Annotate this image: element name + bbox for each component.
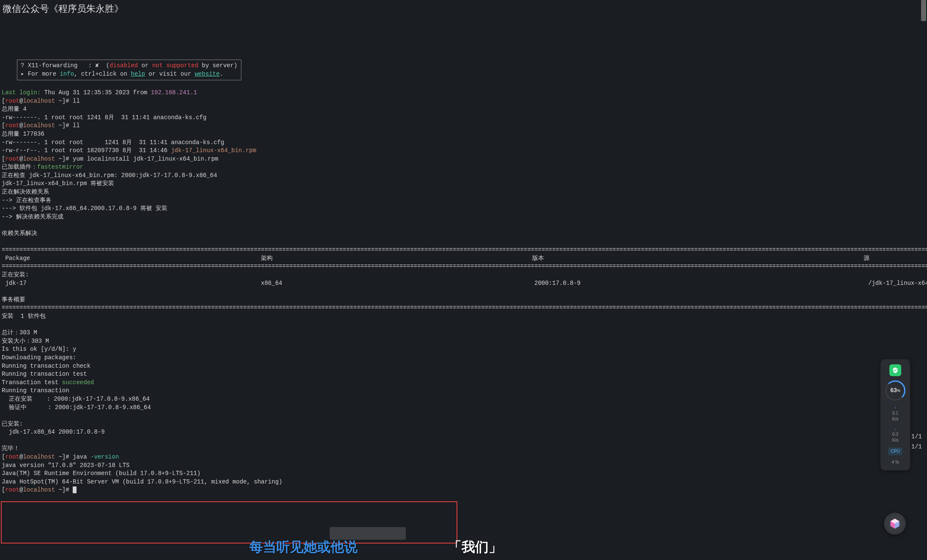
- install-size: 安装大小：303 M: [2, 338, 49, 344]
- table-row: jdk-17 x86_64 2000:17.0.8-9: [2, 280, 927, 287]
- website-link[interactable]: website: [195, 71, 220, 77]
- yum-pkg: ---> 软件包 jdk-17.x86_64.2000.17.0.8-9 将被 …: [2, 205, 167, 212]
- x11-line: ? X11-forwarding : ✘ (disabled or not su…: [21, 62, 238, 69]
- yum-examining: 正在检查 jdk-17_linux-x64_bin.rpm: 2000:jdk-…: [2, 172, 217, 179]
- prompt-5[interactable]: [root@localhost ~]#: [2, 486, 77, 493]
- total-1: 总用量 4: [2, 106, 27, 112]
- watermark-text: 微信公众号《程序员朱永胜》: [3, 3, 123, 16]
- prompt-3: [root@localhost ~]# yum localinstall jdk…: [2, 156, 219, 162]
- progress-ratio-2: 1/1: [911, 443, 922, 451]
- trans-test: Running transaction test: [2, 371, 87, 377]
- trans-summary: 事务概要: [2, 296, 25, 303]
- info-line: ▸ For more info, ctrl+click on help or v…: [21, 71, 223, 77]
- cube-icon: [889, 517, 901, 530]
- java-version-3: Java HotSpot(TM) 64-Bit Server VM (build…: [2, 478, 282, 485]
- java-version-1: java version "17.0.8" 2023-07-18 LTS: [2, 462, 129, 469]
- upload-stat: ↑ 0.1 K/s: [892, 405, 898, 422]
- terminal-output[interactable]: ? X11-forwarding : ✘ (disabled or not su…: [0, 50, 927, 496]
- arrow-up-icon: ↑: [894, 405, 897, 410]
- cursor: [73, 486, 77, 493]
- running-trans: Running transaction: [2, 387, 69, 394]
- table-header: Package 架构 版本: [2, 255, 927, 262]
- installed-header: 已安装:: [2, 421, 23, 427]
- yum-resolving: 正在解决依赖关系: [2, 188, 49, 195]
- prompt-2: [root@localhost ~]# ll: [2, 122, 80, 129]
- subtitle-text-white: 「我们」: [448, 538, 502, 557]
- yum-check: --> 正在检查事务: [2, 197, 52, 204]
- test-result: Transaction test succeeded: [2, 379, 94, 386]
- yum-plugin: 已加载插件：fastestmirror: [2, 164, 83, 170]
- installed-pkg: jdk-17.x86_64 2000:17.0.8-9: [2, 429, 105, 435]
- prompt-4: [root@localhost ~]# java -version: [2, 453, 119, 460]
- scrollbar[interactable]: [921, 0, 926, 21]
- yum-marked: jdk-17_linux-x64_bin.rpm 将被安装: [2, 180, 114, 187]
- install-count: 安装 1 软件包: [2, 313, 46, 320]
- installing-pkg: 正在安装 : 2000:jdk-17-17.0.8-9.x86_64: [2, 396, 150, 402]
- total-2: 总用量 177836: [2, 131, 44, 137]
- installing-label: 正在安装:: [2, 271, 29, 278]
- confirm-prompt: Is this ok [y/d/N]: y: [2, 346, 76, 352]
- cpu-badge: CPU: [888, 448, 902, 455]
- java-version-2: Java(TM) SE Runtime Environment (build 1…: [2, 470, 200, 477]
- last-login: Last login: Thu Aug 31 12:35:35 2023 fro…: [2, 89, 197, 96]
- trans-check: Running transaction check: [2, 363, 90, 369]
- dep-resolved: 依赖关系解决: [2, 230, 37, 237]
- verifying: 验证中 : 2000:jdk-17-17.0.8-9.x86_64: [2, 404, 151, 411]
- system-stats-widget[interactable]: 63% ↑ 0.1 K/s ↓ 0.3 K/s CPU 4 %: [881, 359, 910, 470]
- percent-ring: 63%: [885, 380, 905, 401]
- table-sep-2: ========================================…: [2, 263, 927, 270]
- downloading: Downloading packages:: [2, 354, 76, 361]
- subtitle-text-blue: 每当听见她或他说: [249, 538, 358, 557]
- yum-dep-done: --> 解决依赖关系完成: [2, 213, 63, 220]
- ls-line-1: -rw-------. 1 root root 1241 8月 31 11:41…: [2, 114, 206, 121]
- complete: 完毕！: [2, 445, 19, 452]
- total-size: 总计：303 M: [2, 329, 37, 336]
- table-sep-3: ========================================…: [2, 304, 927, 311]
- shield-icon[interactable]: [889, 364, 901, 376]
- progress-ratio-1: 1/1: [911, 433, 922, 441]
- download-stat: ↓ 0.3 K/s: [892, 426, 898, 444]
- motd-box: ? X11-forwarding : ✘ (disabled or not su…: [17, 60, 241, 80]
- ls-line-2b: -rw-r--r--. 1 root root 182097730 8月 31 …: [2, 147, 256, 154]
- help-link[interactable]: help: [131, 71, 145, 77]
- table-sep-1: ========================================…: [2, 246, 927, 253]
- prompt-1: [root@localhost ~]# ll: [2, 98, 80, 104]
- ls-line-2a: -rw-------. 1 root root 1241 8月 31 11:41…: [2, 139, 224, 146]
- app-logo-button[interactable]: [884, 513, 906, 535]
- cpu-val: 4 %: [891, 459, 899, 465]
- arrow-down-icon: ↓: [894, 426, 897, 432]
